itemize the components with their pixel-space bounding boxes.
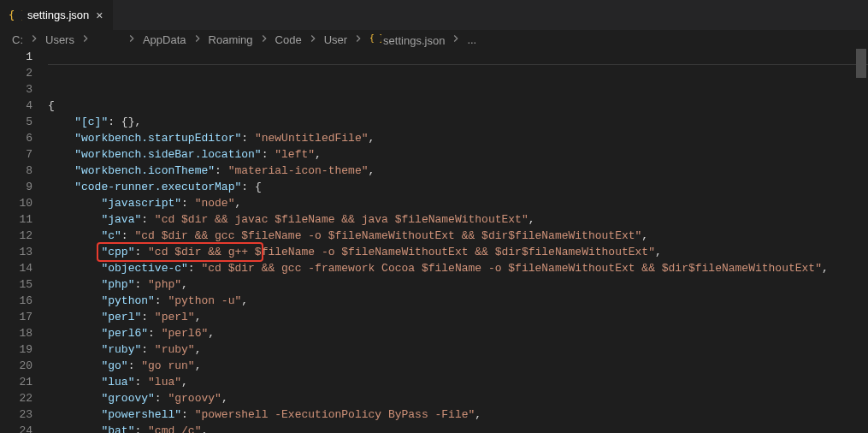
chevron-right-icon: [190, 33, 205, 47]
tab-label: settings.json: [27, 9, 89, 21]
code-line[interactable]: "workbench.iconTheme": "material-icon-th…: [48, 163, 868, 179]
code-line[interactable]: "workbench.sideBar.location": "left",: [48, 146, 868, 163]
code-area[interactable]: { "[c]": {}, "workbench.startupEditor": …: [48, 49, 868, 433]
line-number: 9: [0, 179, 32, 195]
code-line[interactable]: "cpp": "cd $dir && g++ $fileName -o $fil…: [48, 244, 868, 260]
line-number: 17: [0, 309, 32, 325]
breadcrumb-segment[interactable]: C:: [12, 33, 23, 46]
breadcrumb: C:UsersAppDataRoamingCodeUser{ }settings…: [0, 30, 868, 49]
code-line[interactable]: "workbench.startupEditor": "newUntitledF…: [48, 130, 868, 146]
chevron-right-icon: [448, 33, 464, 47]
breadcrumb-segment[interactable]: AppData: [143, 33, 186, 46]
code-line[interactable]: "[c]": {},: [48, 114, 868, 130]
code-line[interactable]: "perl6": "perl6",: [48, 325, 868, 341]
breadcrumb-segment[interactable]: Users: [45, 33, 74, 46]
chevron-right-icon: [305, 33, 321, 47]
svg-text:{ }: { }: [9, 9, 22, 21]
code-line[interactable]: "python": "python -u",: [48, 293, 868, 309]
line-number: 5: [0, 114, 32, 130]
line-number: 14: [0, 260, 32, 276]
breadcrumb-segment[interactable]: User: [324, 33, 347, 46]
line-number: 7: [0, 146, 32, 163]
breadcrumb-segment[interactable]: { }settings.json: [369, 33, 445, 47]
line-number: 6: [0, 130, 32, 146]
line-number: 20: [0, 358, 32, 374]
code-line[interactable]: "bat": "cmd /c",: [48, 423, 868, 433]
code-line[interactable]: "java": "cd $dir && javac $fileName && j…: [48, 211, 868, 228]
code-line[interactable]: "powershell": "powershell -ExecutionPoli…: [48, 406, 868, 423]
chevron-right-icon: [351, 33, 366, 47]
line-number-gutter: 123456789101112131415161718192021222324: [0, 49, 48, 433]
close-icon[interactable]: ×: [94, 7, 104, 24]
code-line[interactable]: "code-runner.executorMap": {: [48, 179, 868, 195]
scrollbar-thumb[interactable]: [856, 49, 866, 78]
line-number: 8: [0, 163, 32, 179]
line-number: 19: [0, 341, 32, 358]
code-line[interactable]: "javascript": "node",: [48, 195, 868, 211]
chevron-right-icon: [124, 33, 139, 47]
code-line[interactable]: {: [48, 98, 868, 114]
code-line[interactable]: "groovy": "groovy",: [48, 390, 868, 406]
line-number: 16: [0, 293, 32, 309]
code-line[interactable]: "ruby": "ruby",: [48, 341, 868, 358]
tab-bar: { } settings.json ×: [0, 0, 868, 30]
line-number: 1: [0, 49, 32, 65]
svg-text:{ }: { }: [369, 33, 381, 42]
line-number: 15: [0, 276, 32, 293]
chevron-right-icon: [78, 33, 93, 47]
line-number: 10: [0, 195, 32, 211]
tab-settings-json[interactable]: { } settings.json ×: [0, 0, 114, 30]
chevron-right-icon: [27, 33, 42, 47]
line-number: 18: [0, 325, 32, 341]
line-number: 2: [0, 65, 32, 81]
line-number: 11: [0, 211, 32, 228]
line-number: 3: [0, 81, 32, 98]
code-line[interactable]: "lua": "lua",: [48, 374, 868, 390]
code-line[interactable]: "objective-c": "cd $dir && gcc -framewor…: [48, 260, 868, 276]
line-number: 24: [0, 423, 32, 433]
line-number: 12: [0, 228, 32, 244]
breadcrumb-segment[interactable]: Code: [275, 33, 302, 46]
json-file-icon: { }: [9, 9, 22, 22]
code-line[interactable]: "perl": "perl",: [48, 309, 868, 325]
line-number: 13: [0, 244, 32, 260]
breadcrumb-segment[interactable]: ...: [467, 33, 476, 46]
scrollbar-vertical[interactable]: [856, 49, 866, 433]
chevron-right-icon: [257, 33, 272, 47]
code-line[interactable]: "c": "cd $dir && gcc $fileName -o $fileN…: [48, 228, 868, 244]
line-number: 21: [0, 374, 32, 390]
line-number: 23: [0, 406, 32, 423]
json-file-icon: { }: [369, 33, 381, 44]
code-line[interactable]: "go": "go run",: [48, 358, 868, 374]
line-number: 4: [0, 98, 32, 114]
line-number: 22: [0, 390, 32, 406]
breadcrumb-segment[interactable]: Roaming: [209, 33, 253, 46]
code-line[interactable]: "php": "php",: [48, 276, 868, 293]
editor[interactable]: 123456789101112131415161718192021222324 …: [0, 49, 868, 433]
